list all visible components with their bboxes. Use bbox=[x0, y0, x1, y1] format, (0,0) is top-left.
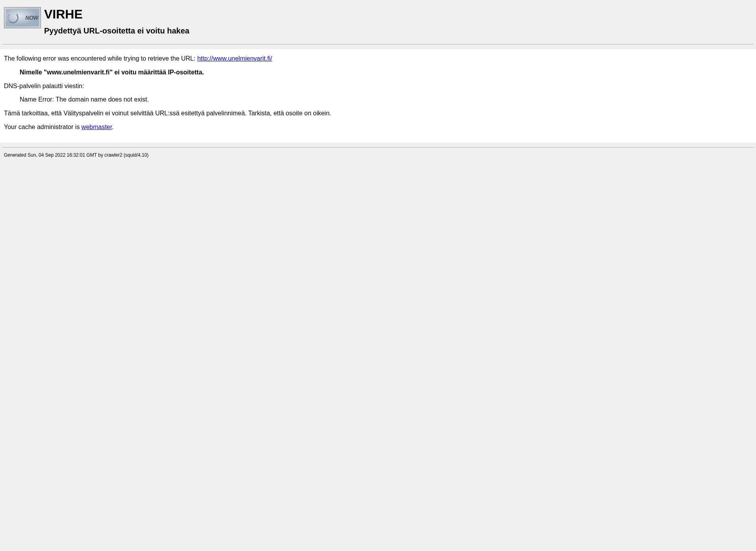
error-subtitle: Pyydettyä URL-osoitetta ei voitu hakea bbox=[44, 26, 189, 35]
webmaster-link[interactable]: webmaster bbox=[82, 124, 112, 130]
error-intro-text: The following error was encountered whil… bbox=[4, 55, 197, 62]
divider-bottom bbox=[2, 147, 754, 148]
divider-top bbox=[2, 44, 754, 44]
logo-text: NOW bbox=[25, 15, 38, 21]
dns-intro: DNS-palvelin palautti viestin: bbox=[4, 82, 752, 91]
admin-line: Your cache administrator is webmaster. bbox=[4, 123, 752, 131]
dns-message: Name Error: The domain name does not exi… bbox=[20, 96, 752, 104]
squid-logo: NOW bbox=[4, 7, 41, 28]
explanation: Tämä tarkoittaa, että Välityspalvelin ei… bbox=[4, 109, 752, 118]
error-content: The following error was encountered whil… bbox=[0, 49, 756, 142]
admin-suffix: . bbox=[112, 124, 113, 130]
admin-intro: Your cache administrator is bbox=[4, 124, 82, 130]
error-header: NOW VIRHE Pyydettyä URL-osoitetta ei voi… bbox=[0, 0, 756, 39]
failed-url-link[interactable]: http://www.unelmienvarit.fi/ bbox=[197, 55, 272, 62]
error-title: VIRHE bbox=[44, 7, 189, 22]
error-detail: Nimelle "www.unelmienvarit.fi" ei voitu … bbox=[20, 68, 752, 77]
generated-timestamp: Generated Sun, 04 Sep 2022 16:32:01 GMT … bbox=[4, 152, 752, 158]
header-text-block: VIRHE Pyydettyä URL-osoitetta ei voitu h… bbox=[44, 7, 189, 35]
footer: Generated Sun, 04 Sep 2022 16:32:01 GMT … bbox=[0, 152, 756, 158]
error-intro-line: The following error was encountered whil… bbox=[4, 55, 752, 63]
